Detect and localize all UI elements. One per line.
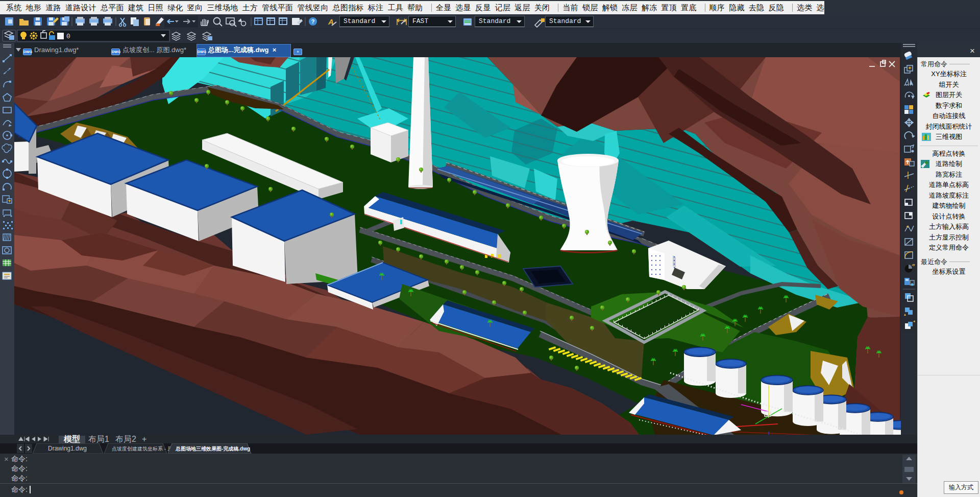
svg-text:?: ? (311, 18, 315, 25)
svg-text:Drawing1.dwg: Drawing1.dwg (48, 445, 87, 452)
svg-text:总图场地三维效果图-完成稿.dwg: 总图场地三维效果图-完成稿.dwg (175, 446, 250, 452)
svg-text:0: 0 (66, 33, 70, 40)
